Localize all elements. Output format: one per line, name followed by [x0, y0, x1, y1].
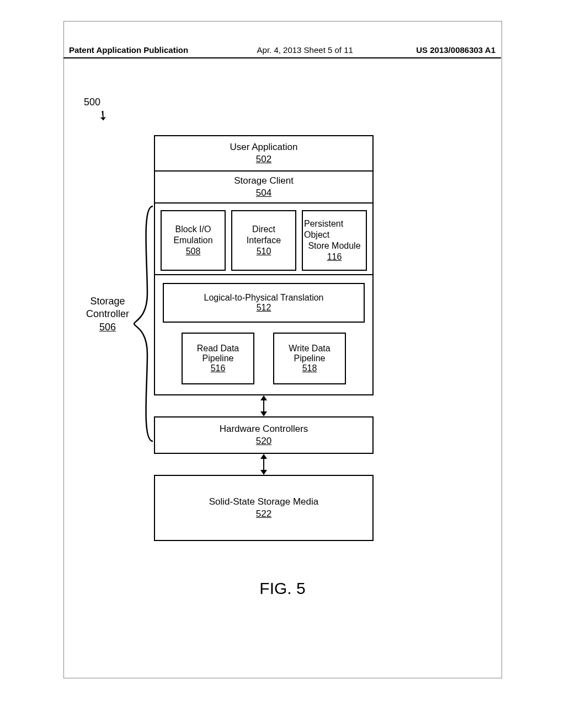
storage-client-title: Storage Client — [234, 175, 294, 187]
svg-marker-4 — [260, 454, 267, 459]
l2p-num: 512 — [257, 303, 271, 313]
double-arrow-icon — [259, 395, 268, 416]
hw-ctrl-num: 520 — [256, 435, 271, 447]
hardware-controllers-box: Hardware Controllers 520 — [154, 416, 374, 454]
logical-to-physical-translation-box: Logical-to-Physical Translation 512 — [163, 283, 365, 323]
figure-caption: FIG. 5 — [0, 579, 565, 598]
controller-label-line1: Storage — [90, 296, 125, 307]
direct-if-line2: Interface — [247, 235, 281, 246]
header-left: Patent Application Publication — [69, 45, 188, 55]
write-pipe-line2: Pipeline — [294, 354, 326, 363]
block-io-emulation-box: Block I/O Emulation 508 — [161, 210, 226, 271]
read-data-pipeline-box: Read Data Pipeline 516 — [182, 333, 254, 384]
user-application-num: 502 — [256, 153, 271, 165]
diagram: User Application 502 Storage Client 504 … — [154, 135, 374, 541]
persistent-object-store-module-box: Persistent Object Store Module 116 — [302, 210, 367, 271]
storage-client-box: Storage Client 504 — [154, 170, 374, 204]
ss-media-num: 522 — [256, 508, 271, 520]
pos-line1: Persistent Object — [304, 218, 365, 240]
solid-state-storage-media-box: Solid-State Storage Media 522 — [154, 475, 374, 541]
block-io-num: 508 — [186, 246, 201, 257]
header-rule — [63, 57, 501, 58]
header-right: US 2013/0086303 A1 — [416, 45, 495, 55]
svg-marker-2 — [260, 411, 267, 416]
read-pipe-line1: Read Data — [197, 344, 239, 354]
block-io-line1: Block I/O — [175, 224, 211, 235]
write-pipe-num: 518 — [302, 363, 317, 373]
pos-num: 116 — [327, 251, 342, 263]
user-application-box: User Application 502 — [154, 135, 374, 170]
ss-media-title: Solid-State Storage Media — [209, 496, 318, 508]
double-arrow-icon — [259, 454, 268, 475]
user-application-title: User Application — [230, 141, 298, 153]
controller-label-num: 506 — [99, 322, 116, 333]
connector-2 — [154, 454, 374, 475]
reference-numeral: 500 — [84, 97, 100, 108]
direct-interface-box: Direct Interface 510 — [231, 210, 296, 271]
svg-marker-5 — [260, 470, 267, 475]
interfaces-row: Block I/O Emulation 508 Direct Interface… — [154, 204, 374, 275]
pipelines-row: Read Data Pipeline 516 Write Data Pipeli… — [163, 333, 365, 384]
storage-client-num: 504 — [256, 187, 271, 199]
write-data-pipeline-box: Write Data Pipeline 518 — [273, 333, 346, 384]
direct-if-num: 510 — [257, 246, 271, 257]
direct-if-line1: Direct — [252, 224, 275, 235]
translation-container: Logical-to-Physical Translation 512 Read… — [154, 275, 374, 395]
read-pipe-line2: Pipeline — [202, 354, 234, 363]
connector-1 — [154, 395, 374, 416]
write-pipe-line1: Write Data — [289, 344, 330, 354]
hw-ctrl-title: Hardware Controllers — [220, 423, 308, 435]
controller-label-line2: Controller — [86, 308, 129, 319]
pos-line2: Store Module — [308, 240, 360, 251]
l2p-title: Logical-to-Physical Translation — [204, 293, 324, 303]
header-center: Apr. 4, 2013 Sheet 5 of 11 — [252, 45, 353, 55]
svg-marker-1 — [260, 395, 267, 400]
page-header: Patent Application Publication Apr. 4, 2… — [69, 45, 495, 55]
block-io-line2: Emulation — [173, 235, 212, 246]
storage-controller-label: Storage Controller 506 — [77, 295, 138, 334]
read-pipe-num: 516 — [211, 363, 226, 373]
